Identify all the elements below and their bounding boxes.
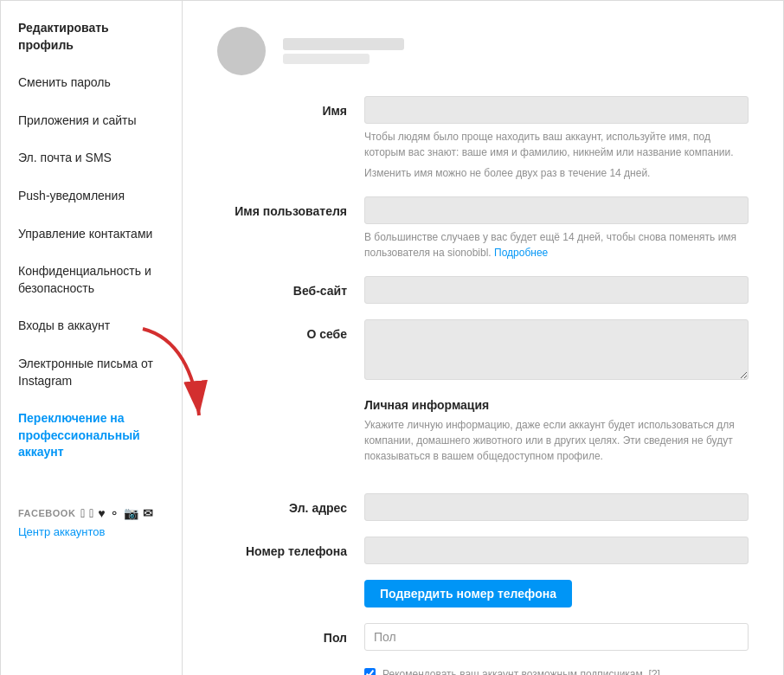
profile-header bbox=[217, 27, 749, 75]
recommendations-checkbox-label: Рекомендовать ваш аккаунт возможным подп… bbox=[382, 666, 660, 675]
username-sub bbox=[283, 54, 370, 64]
email-input[interactable] bbox=[364, 493, 749, 521]
sidebar-item-apps-sites[interactable]: Приложения и сайты bbox=[1, 102, 182, 140]
username-label: Имя пользователя bbox=[217, 196, 364, 221]
sidebar-item-switch-pro[interactable]: Переключение на профессиональный аккаунт bbox=[1, 400, 182, 472]
sidebar-item-email-sms[interactable]: Эл. почта и SMS bbox=[1, 139, 182, 177]
name-input[interactable] bbox=[364, 96, 749, 124]
website-input[interactable] bbox=[364, 276, 749, 304]
gender-select[interactable]: Пол Мужской Женский Другой bbox=[364, 623, 749, 651]
verify-phone-spacer bbox=[217, 580, 364, 587]
sidebar-item-contacts[interactable]: Управление контактами bbox=[1, 215, 182, 254]
recommendations-label: Рекомендации похожих аккаунтов bbox=[217, 666, 364, 675]
personal-info-spacer bbox=[217, 398, 364, 405]
gender-label: Пол bbox=[217, 623, 364, 647]
recommendations-checkbox-row: Рекомендовать ваш аккаунт возможным подп… bbox=[364, 666, 749, 675]
personal-info-desc: Укажите личную информацию, даже если акк… bbox=[364, 417, 749, 464]
facebook-icons:  ⓘ ♥ ⚬ 📷 ✉ bbox=[80, 506, 153, 520]
email-label: Эл. адрес bbox=[217, 493, 364, 518]
website-field bbox=[364, 276, 749, 304]
verify-phone-field: Подвердить номер телефона bbox=[364, 580, 749, 608]
phone-input[interactable] bbox=[364, 537, 749, 564]
personal-info-section: Личная информация Укажите личную информа… bbox=[217, 398, 749, 478]
name-hint: Чтобы людям было проще находить ваш акка… bbox=[364, 129, 749, 160]
sidebar-item-logins[interactable]: Входы в аккаунт bbox=[1, 307, 182, 345]
username-field: В большинстве случаев у вас будет ещё 14… bbox=[364, 196, 749, 260]
personal-info-text: Личная информация Укажите личную информа… bbox=[364, 398, 749, 478]
name-hint2: Изменить имя можно не более двух раз в т… bbox=[364, 165, 749, 181]
username-hint: В большинстве случаев у вас будет ещё 14… bbox=[364, 229, 749, 260]
username-row: Имя пользователя В большинстве случаев у… bbox=[217, 196, 749, 260]
avatar bbox=[217, 27, 266, 75]
facebook-label: FACEBOOK  ⓘ ♥ ⚬ 📷 ✉ bbox=[18, 506, 164, 520]
main-content: Имя Чтобы людям было проще находить ваш … bbox=[183, 1, 783, 675]
personal-info-row: Личная информация Укажите личную информа… bbox=[217, 398, 749, 478]
about-label: О себе bbox=[217, 319, 364, 344]
accounts-link[interactable]: Центр аккаунтов bbox=[18, 525, 164, 538]
personal-info-title: Личная информация bbox=[364, 398, 749, 412]
verify-phone-button[interactable]: Подвердить номер телефона bbox=[364, 580, 572, 608]
username-hint-link[interactable]: Подробнее bbox=[494, 247, 548, 259]
recommendations-checkbox[interactable] bbox=[364, 668, 376, 675]
facebook-title: FACEBOOK bbox=[18, 508, 75, 518]
name-field: Чтобы людям было проще находить ваш акка… bbox=[364, 96, 749, 181]
website-row: Веб-сайт bbox=[217, 276, 749, 304]
email-row: Эл. адрес bbox=[217, 493, 749, 521]
phone-field-container bbox=[364, 537, 749, 564]
gender-row: Пол Пол Мужской Женский Другой bbox=[217, 623, 749, 651]
name-label: Имя bbox=[217, 96, 364, 120]
username-hint-text: В большинстве случаев у вас будет ещё 14… bbox=[364, 231, 736, 259]
about-textarea[interactable] bbox=[364, 319, 749, 380]
website-label: Веб-сайт bbox=[217, 276, 364, 300]
username-display bbox=[283, 38, 404, 50]
name-row: Имя Чтобы людям было проще находить ваш … bbox=[217, 96, 749, 181]
sidebar-item-change-password[interactable]: Сменить пароль bbox=[1, 64, 182, 102]
profile-username-area bbox=[283, 38, 404, 64]
about-field bbox=[364, 319, 749, 382]
sidebar: Редактировать профильСменить парольПрило… bbox=[1, 1, 183, 675]
sidebar-item-push[interactable]: Push-уведомления bbox=[1, 177, 182, 215]
recommendations-row: Рекомендации похожих аккаунтов Рекомендо… bbox=[217, 666, 749, 675]
verify-phone-row: Подвердить номер телефона bbox=[217, 580, 749, 608]
about-row: О себе bbox=[217, 319, 749, 382]
sidebar-item-edit-profile[interactable]: Редактировать профиль bbox=[1, 10, 182, 64]
facebook-section: FACEBOOK  ⓘ ♥ ⚬ 📷 ✉ Центр аккаунтов bbox=[1, 489, 182, 547]
username-input[interactable] bbox=[364, 196, 749, 224]
phone-label: Номер телефона bbox=[217, 537, 364, 561]
email-field-container bbox=[364, 493, 749, 521]
gender-field-container: Пол Мужской Женский Другой bbox=[364, 623, 749, 651]
sidebar-item-emails[interactable]: Электронные письма от Instagram bbox=[1, 345, 182, 400]
phone-row: Номер телефона bbox=[217, 537, 749, 564]
sidebar-item-privacy[interactable]: Конфиденциальность и безопасность bbox=[1, 253, 182, 307]
recommendations-field: Рекомендовать ваш аккаунт возможным подп… bbox=[364, 666, 749, 675]
